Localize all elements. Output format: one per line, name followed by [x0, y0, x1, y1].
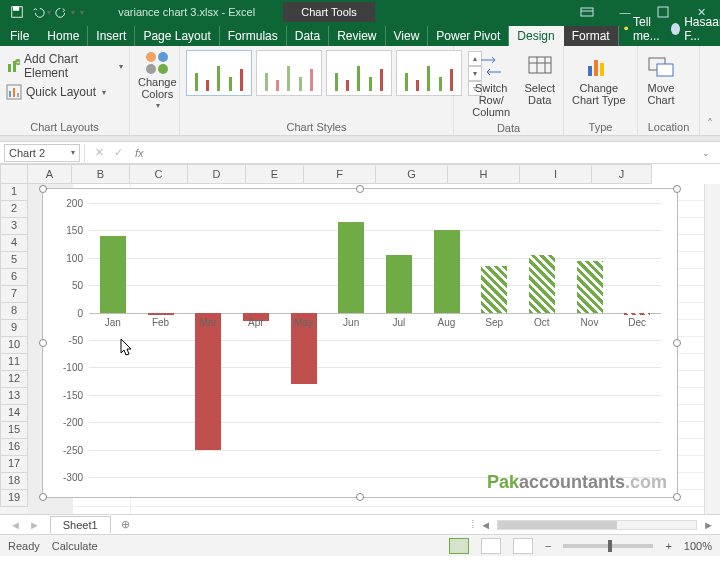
- switch-row-column-button[interactable]: Switch Row/ Column: [460, 50, 522, 120]
- add-chart-element-button[interactable]: + Add Chart Element▾: [6, 50, 123, 82]
- worksheet-grid[interactable]: A B C D E F G H I J 12345678910111213141…: [0, 164, 720, 514]
- chart-bar[interactable]: [434, 230, 460, 312]
- row-header[interactable]: 9: [0, 320, 28, 337]
- move-chart-button[interactable]: Move Chart: [644, 50, 678, 108]
- column-header[interactable]: I: [520, 164, 592, 184]
- chart-style-thumb[interactable]: [326, 50, 392, 96]
- row-header[interactable]: 1: [0, 184, 28, 201]
- row-header[interactable]: 14: [0, 405, 28, 422]
- view-normal-icon[interactable]: [449, 538, 469, 554]
- chart-resize-handle[interactable]: [356, 185, 364, 193]
- change-colors-button[interactable]: Change Colors▾: [136, 50, 179, 113]
- tab-power-pivot[interactable]: Power Pivot: [428, 26, 509, 46]
- tab-home[interactable]: Home: [39, 26, 88, 46]
- chart-resize-handle[interactable]: [39, 493, 47, 501]
- horizontal-scrollbar[interactable]: ⦙◄►: [140, 518, 720, 531]
- enter-formula-icon[interactable]: ✓: [114, 146, 123, 159]
- new-sheet-button[interactable]: ⊕: [111, 518, 140, 531]
- sheet-nav-next-icon[interactable]: ►: [29, 519, 40, 531]
- row-header[interactable]: 3: [0, 218, 28, 235]
- row-header[interactable]: 17: [0, 456, 28, 473]
- formula-input[interactable]: [150, 144, 696, 162]
- tell-me-search[interactable]: Tell me...: [619, 12, 668, 46]
- undo-icon[interactable]: ▾: [30, 2, 52, 22]
- zoom-out-icon[interactable]: −: [545, 540, 551, 552]
- select-all-corner[interactable]: [0, 164, 28, 184]
- account-user[interactable]: Hasaan F...: [667, 12, 720, 46]
- redo-icon[interactable]: ▾: [54, 2, 76, 22]
- row-header[interactable]: 7: [0, 286, 28, 303]
- tab-page-layout[interactable]: Page Layout: [135, 26, 219, 46]
- zoom-in-icon[interactable]: +: [665, 540, 671, 552]
- chart-bar[interactable]: [386, 255, 412, 313]
- column-header[interactable]: C: [130, 164, 188, 184]
- change-chart-type-button[interactable]: Change Chart Type: [570, 50, 628, 108]
- tab-view[interactable]: View: [386, 26, 429, 46]
- row-header[interactable]: 19: [0, 490, 28, 507]
- tab-formulas[interactable]: Formulas: [220, 26, 287, 46]
- tab-insert[interactable]: Insert: [88, 26, 135, 46]
- tab-file[interactable]: File: [0, 26, 39, 46]
- chart-resize-handle[interactable]: [673, 339, 681, 347]
- chart-bar[interactable]: [338, 222, 364, 312]
- chart-style-thumb[interactable]: [396, 50, 462, 96]
- fx-icon[interactable]: fx: [129, 147, 150, 159]
- row-header[interactable]: 15: [0, 422, 28, 439]
- chart-bar[interactable]: [481, 266, 507, 313]
- chart-bar[interactable]: [624, 313, 650, 316]
- column-header[interactable]: J: [592, 164, 652, 184]
- chart-resize-handle[interactable]: [673, 185, 681, 193]
- select-data-button[interactable]: Select Data: [522, 50, 557, 108]
- collapse-ribbon-icon[interactable]: ˄: [700, 46, 720, 135]
- tab-data[interactable]: Data: [287, 26, 329, 46]
- column-header[interactable]: A: [28, 164, 72, 184]
- embedded-chart[interactable]: 200150100500-50-100-150-200-250-300JanFe…: [42, 188, 678, 498]
- chart-resize-handle[interactable]: [39, 339, 47, 347]
- row-header[interactable]: 2: [0, 201, 28, 218]
- name-box[interactable]: Chart 2 ▾: [4, 144, 80, 162]
- row-header[interactable]: 8: [0, 303, 28, 320]
- chart-bar[interactable]: [148, 313, 174, 316]
- chart-resize-handle[interactable]: [39, 185, 47, 193]
- save-icon[interactable]: [6, 2, 28, 22]
- row-header[interactable]: 18: [0, 473, 28, 490]
- tab-format[interactable]: Format: [564, 26, 619, 46]
- row-header[interactable]: 5: [0, 252, 28, 269]
- quick-layout-button[interactable]: Quick Layout▾: [6, 82, 106, 102]
- row-header[interactable]: 11: [0, 354, 28, 371]
- name-box-dropdown-icon[interactable]: ▾: [69, 148, 75, 157]
- sheet-tab-active[interactable]: Sheet1: [50, 516, 111, 533]
- column-header[interactable]: H: [448, 164, 520, 184]
- chart-style-thumb[interactable]: [186, 50, 252, 96]
- chart-bar[interactable]: [100, 236, 126, 313]
- column-header[interactable]: F: [304, 164, 376, 184]
- view-page-break-icon[interactable]: [513, 538, 533, 554]
- row-header[interactable]: 13: [0, 388, 28, 405]
- column-header[interactable]: B: [72, 164, 130, 184]
- sheet-nav-prev-icon[interactable]: ◄: [10, 519, 21, 531]
- chart-bar[interactable]: [195, 313, 221, 450]
- view-page-layout-icon[interactable]: [481, 538, 501, 554]
- row-header[interactable]: 6: [0, 269, 28, 286]
- chart-bar[interactable]: [529, 255, 555, 313]
- vertical-scrollbar[interactable]: [704, 184, 720, 514]
- chart-resize-handle[interactable]: [673, 493, 681, 501]
- row-header[interactable]: 16: [0, 439, 28, 456]
- chart-bar[interactable]: [577, 261, 603, 313]
- chart-resize-handle[interactable]: [356, 493, 364, 501]
- column-header[interactable]: D: [188, 164, 246, 184]
- chart-style-thumb[interactable]: [256, 50, 322, 96]
- tab-design[interactable]: Design: [509, 26, 563, 46]
- column-header[interactable]: G: [376, 164, 448, 184]
- cancel-formula-icon[interactable]: ✕: [95, 146, 104, 159]
- chart-plot-area[interactable]: 200150100500-50-100-150-200-250-300JanFe…: [89, 203, 661, 477]
- column-header[interactable]: E: [246, 164, 304, 184]
- row-header[interactable]: 10: [0, 337, 28, 354]
- zoom-slider[interactable]: [563, 544, 653, 548]
- zoom-level[interactable]: 100%: [684, 540, 712, 552]
- tab-review[interactable]: Review: [329, 26, 385, 46]
- chart-style-gallery[interactable]: ▴▾▿: [186, 50, 482, 96]
- qat-customize-icon[interactable]: ▾: [78, 8, 84, 17]
- row-header[interactable]: 4: [0, 235, 28, 252]
- row-header[interactable]: 12: [0, 371, 28, 388]
